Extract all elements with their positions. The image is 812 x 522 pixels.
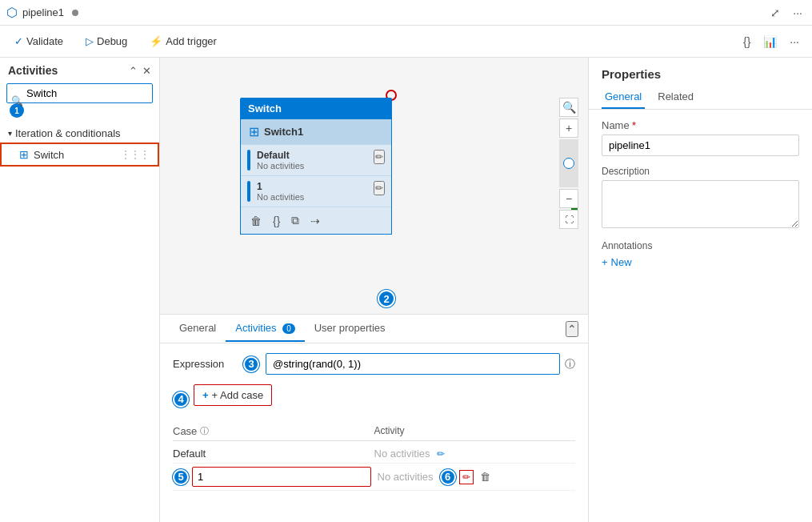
case-default-label: Default [173, 448, 374, 460]
activity-switch-dots: ⋮⋮⋮ [121, 149, 150, 160]
cases-table-header: Case ⓘ Activity [173, 422, 575, 441]
props-tab-general[interactable]: General [602, 86, 645, 109]
new-annotation-button[interactable]: + New [602, 256, 632, 268]
expression-label: Expression [173, 358, 237, 370]
activity-switch-label: Switch [34, 149, 64, 161]
annotations-label: Annotations [602, 240, 799, 251]
case-1-input[interactable] [192, 467, 371, 487]
case-1-content: 1 No activities [257, 181, 374, 202]
name-required: * [632, 119, 636, 131]
switch-node-actions: 🗑 {} ⧉ ⇢ [241, 207, 391, 234]
zoom-out-button[interactable]: − [559, 189, 578, 208]
search-input[interactable] [6, 83, 153, 103]
case-1-edit-button[interactable]: ✏ [374, 181, 385, 195]
toolbar-right: {} 📊 ··· [740, 32, 802, 51]
main-layout: Activities ⌃ ✕ 🔍 1 ▾ Iteration & conditi… [0, 58, 812, 522]
case-1-edit-icon[interactable]: ✏ [459, 470, 474, 484]
sidebar-collapse-button[interactable]: ⌃ [129, 65, 138, 77]
category-arrow-icon: ▾ [8, 129, 12, 138]
zoom-thumb [563, 158, 574, 169]
copy-node-button[interactable]: ⧉ [290, 212, 301, 229]
step-badge-5: 5 [173, 469, 189, 485]
sidebar: Activities ⌃ ✕ 🔍 1 ▾ Iteration & conditi… [0, 58, 160, 522]
toolbar-more-button[interactable]: ··· [786, 32, 802, 51]
case-1-activity: No activities 6 ✏ 🗑 [371, 469, 576, 485]
case-default-edit-button[interactable]: ✏ [374, 150, 385, 164]
add-trigger-button[interactable]: ⚡ Add trigger [145, 32, 222, 50]
switch-case-default[interactable]: Default No activities ✏ [241, 144, 391, 175]
activity-switch[interactable]: ⊞ Switch ⋮⋮⋮ [0, 143, 159, 167]
col-activity-header: Activity [374, 425, 576, 437]
properties-content: Name * Description Annotations + New [589, 110, 812, 522]
debug-icon: ▷ [86, 35, 94, 47]
case-default-edit-icon[interactable]: ✏ [437, 448, 445, 460]
case-1-delete-icon[interactable]: 🗑 [480, 471, 490, 483]
more-button[interactable]: ··· [790, 5, 806, 21]
description-input[interactable] [602, 180, 799, 228]
zoom-toolbar: 🔍 + − ⛶ [559, 98, 578, 229]
pipeline-title: pipeline1 [22, 6, 64, 18]
switch-node-title: Switch1 [264, 126, 303, 138]
switch-node-title-row[interactable]: ⊞ Switch1 [241, 119, 391, 144]
canvas[interactable]: Switch ⊞ Switch1 Default No activities ✏ [160, 58, 588, 314]
unsaved-dot [72, 10, 78, 16]
zoom-search-button[interactable]: 🔍 [559, 98, 578, 117]
connect-node-button[interactable]: ⇢ [309, 212, 322, 229]
activities-badge: 0 [282, 323, 295, 334]
case-content: Default No activities [257, 150, 374, 171]
switch-node[interactable]: Switch ⊞ Switch1 Default No activities ✏ [240, 98, 392, 235]
props-tab-related[interactable]: Related [654, 86, 697, 109]
trigger-icon: ⚡ [150, 35, 162, 47]
expression-info-icon[interactable]: ⓘ [565, 357, 575, 371]
new-annotation-label: New [611, 256, 632, 268]
expression-input[interactable] [266, 353, 560, 375]
expand-button[interactable]: ⤢ [767, 5, 783, 21]
category-iteration[interactable]: ▾ Iteration & conditionals [0, 124, 159, 143]
case-default-label: Default [257, 150, 374, 161]
properties-tabs: General Related [589, 81, 812, 110]
zoom-in-button[interactable]: + [559, 118, 578, 138]
toolbar: ✓ Validate ▷ Debug ⚡ Add trigger {} 📊 ··… [0, 26, 812, 58]
case-default-sub: No activities [257, 161, 374, 171]
cases-table: Case ⓘ Activity Default No activities ✏ [173, 422, 575, 491]
step-badge-3: 3 [243, 356, 259, 372]
col-case-header: Case ⓘ [173, 425, 374, 437]
fit-canvas-button[interactable]: ⛶ [559, 210, 578, 229]
expression-row: Expression 3 ⓘ [173, 353, 575, 375]
code-node-button[interactable]: {} [271, 212, 282, 229]
category-label: Iteration & conditionals [15, 127, 121, 139]
tab-user-properties[interactable]: User properties [305, 315, 395, 342]
bottom-content: Expression 3 ⓘ 4 + [160, 343, 588, 522]
title-bar: ⬡ pipeline1 ⤢ ··· [0, 0, 812, 26]
delete-node-button[interactable]: 🗑 [249, 212, 263, 229]
sidebar-title: Activities [8, 64, 58, 77]
step-badge-4: 4 [173, 392, 189, 408]
case-1-sub: No activities [257, 192, 374, 202]
debug-label: Debug [97, 35, 127, 47]
monitor-button[interactable]: 📊 [760, 32, 780, 51]
search-box: 🔍 1 [6, 83, 153, 118]
name-label: Name * [602, 119, 799, 131]
properties-title: Properties [589, 58, 812, 81]
step-badge-2: 2 [378, 290, 395, 307]
zoom-slider[interactable] [559, 139, 578, 187]
case-info-icon[interactable]: ⓘ [200, 425, 209, 437]
tab-general[interactable]: General [170, 315, 226, 342]
add-case-button[interactable]: + + Add case [194, 384, 272, 406]
bottom-panel: General Activities 0 User properties ⌃ E… [160, 314, 588, 522]
code-button[interactable]: {} [740, 32, 754, 51]
tab-activities[interactable]: Activities 0 [226, 315, 304, 342]
debug-button[interactable]: ▷ Debug [81, 32, 132, 50]
panel-collapse-button[interactable]: ⌃ [566, 321, 578, 337]
switch-case-1[interactable]: 1 No activities ✏ [241, 175, 391, 207]
add-case-plus-icon: + [202, 389, 209, 401]
search-icon: 🔍 [11, 95, 23, 106]
description-label: Description [602, 166, 799, 177]
case-1-label: 1 [257, 181, 374, 192]
switch-node-body: ⊞ Switch1 Default No activities ✏ [240, 119, 392, 235]
case-indicator [247, 150, 250, 171]
sidebar-close-button[interactable]: ✕ [142, 65, 151, 77]
validate-icon: ✓ [14, 35, 23, 47]
name-input[interactable] [602, 135, 799, 156]
validate-button[interactable]: ✓ Validate [10, 32, 68, 50]
